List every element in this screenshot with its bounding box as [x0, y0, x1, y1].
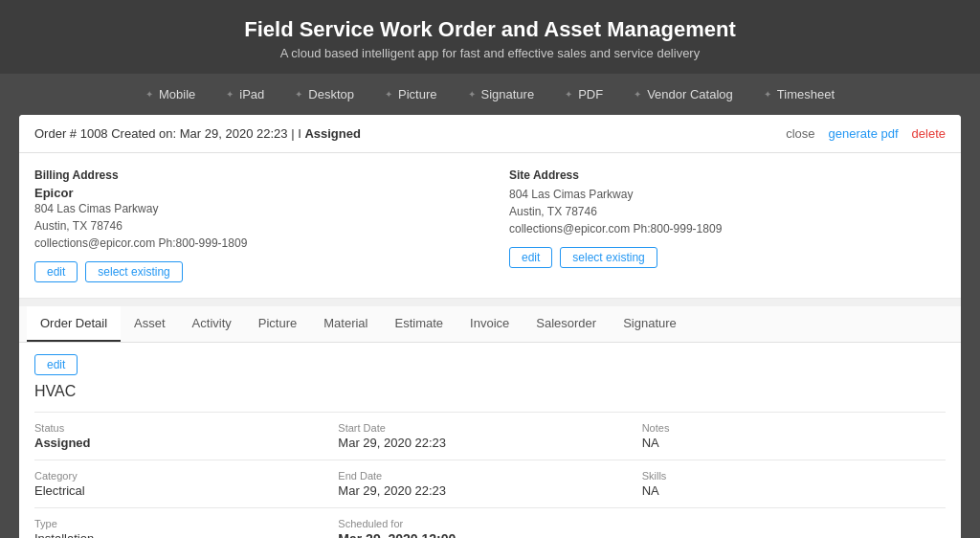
category-label: Category — [34, 470, 323, 482]
nav-vendor-catalog[interactable]: ✦ Vendor Catalog — [618, 83, 748, 105]
billing-title: Billing Address — [34, 168, 471, 182]
scheduled-label: Scheduled for — [338, 518, 626, 529]
site-buttons: edit select existing — [509, 247, 946, 268]
detail-fields: Status Assigned Start Date Mar 29, 2020 … — [34, 412, 946, 538]
tab-salesorder[interactable]: Salesorder — [523, 306, 610, 342]
order-separator: I — [298, 126, 301, 141]
site-edit-button[interactable]: edit — [509, 247, 552, 268]
tab-activity[interactable]: Activity — [179, 306, 245, 342]
tabs-section: Order Detail Asset Activity Picture Mate… — [19, 306, 961, 538]
tab-order-detail[interactable]: Order Detail — [27, 306, 121, 342]
end-date-value: Mar 29, 2020 22:23 — [338, 483, 626, 498]
generate-pdf-link[interactable]: generate pdf — [829, 126, 899, 141]
nav-dot-icon: ✦ — [565, 89, 572, 100]
site-select-existing-button[interactable]: select existing — [560, 247, 657, 268]
tab-estimate[interactable]: Estimate — [381, 306, 457, 342]
order-number: Order # 1008 — [34, 126, 108, 141]
nav-pdf[interactable]: ✦ PDF — [549, 83, 618, 105]
end-date-field: End Date Mar 29, 2020 22:23 — [338, 460, 641, 508]
address-section: Billing Address Epicor 804 Las Cimas Par… — [19, 153, 961, 299]
site-line1: 804 Las Cimas Parkway — [509, 186, 946, 203]
tab-invoice[interactable]: Invoice — [457, 306, 523, 342]
status-label: Status — [34, 422, 323, 434]
page-subtitle: A cloud based intelligent app for fast a… — [10, 46, 970, 60]
start-date-value: Mar 29, 2020 22:23 — [338, 436, 626, 450]
nav-dot-icon: ✦ — [145, 89, 153, 100]
site-title: Site Address — [509, 168, 946, 182]
empty-field — [642, 508, 946, 538]
order-header: Order # 1008 Created on: Mar 29, 2020 22… — [19, 115, 961, 153]
skills-field: Skills NA — [642, 460, 946, 508]
start-date-field: Start Date Mar 29, 2020 22:23 — [338, 413, 641, 460]
nav-dot-icon: ✦ — [764, 89, 771, 100]
tabs-bar: Order Detail Asset Activity Picture Mate… — [19, 306, 961, 343]
order-actions: close generate pdf delete — [786, 126, 946, 141]
billing-buttons: edit select existing — [34, 261, 471, 282]
order-created: Created on: Mar 29, 2020 22:23 | — [111, 126, 298, 141]
type-label: Type — [34, 518, 323, 529]
nav-signature[interactable]: ✦ Signature — [453, 83, 550, 105]
site-line2: Austin, TX 78746 — [509, 203, 946, 220]
billing-line2: Austin, TX 78746 — [34, 217, 471, 235]
notes-value: NA — [642, 436, 930, 450]
start-date-label: Start Date — [338, 422, 626, 434]
notes-label: Notes — [642, 422, 930, 434]
nav-dot-icon: ✦ — [226, 89, 234, 100]
nav-desktop[interactable]: ✦ Desktop — [279, 83, 369, 105]
scheduled-field: Scheduled for Mar 29, 2020 12:00 — [338, 508, 641, 538]
type-field: Type Installation — [34, 508, 338, 538]
notes-field: Notes NA — [642, 413, 946, 460]
billing-line1: 804 Las Cimas Parkway — [34, 200, 471, 217]
page-title: Field Service Work Order and Asset Manag… — [10, 17, 970, 42]
nav-picture[interactable]: ✦ Picture — [369, 83, 452, 105]
billing-edit-button[interactable]: edit — [34, 261, 78, 282]
nav-dot-icon: ✦ — [295, 89, 302, 100]
category-field: Category Electrical — [34, 460, 338, 508]
end-date-label: End Date — [338, 470, 626, 482]
skills-label: Skills — [642, 470, 930, 482]
category-value: Electrical — [34, 483, 323, 498]
order-info: Order # 1008 Created on: Mar 29, 2020 22… — [34, 126, 361, 141]
main-content: Order # 1008 Created on: Mar 29, 2020 22… — [19, 115, 961, 538]
nav-timesheet[interactable]: ✦ Timesheet — [748, 83, 850, 105]
nav-mobile[interactable]: ✦ Mobile — [130, 83, 211, 105]
skills-value: NA — [642, 483, 930, 498]
detail-edit-button[interactable]: edit — [34, 354, 78, 375]
tab-picture[interactable]: Picture — [245, 306, 310, 342]
site-address: Site Address 804 Las Cimas Parkway Austi… — [509, 168, 946, 282]
page-header: Field Service Work Order and Asset Manag… — [0, 0, 980, 74]
nav-dot-icon: ✦ — [385, 89, 392, 100]
close-link[interactable]: close — [786, 126, 814, 141]
status-field: Status Assigned — [34, 413, 338, 460]
navigation: ✦ Mobile ✦ iPad ✦ Desktop ✦ Picture ✦ Si… — [0, 74, 980, 115]
type-value: Installation — [34, 531, 323, 538]
nav-dot-icon: ✦ — [468, 89, 476, 100]
tab-material[interactable]: Material — [310, 306, 381, 342]
billing-line3: collections@epicor.com Ph:800-999-1809 — [34, 235, 471, 252]
order-status: Assigned — [304, 126, 361, 141]
delete-link[interactable]: delete — [912, 126, 946, 141]
nav-ipad[interactable]: ✦ iPad — [211, 83, 279, 105]
billing-select-existing-button[interactable]: select existing — [85, 261, 182, 282]
tab-asset[interactable]: Asset — [121, 306, 179, 342]
scheduled-value: Mar 29, 2020 12:00 — [338, 531, 626, 538]
tab-signature[interactable]: Signature — [610, 306, 690, 342]
billing-address: Billing Address Epicor 804 Las Cimas Par… — [34, 168, 471, 282]
order-detail-title: HVAC — [34, 383, 946, 400]
status-value: Assigned — [34, 436, 323, 450]
nav-dot-icon: ✦ — [634, 89, 641, 100]
order-detail-content: edit HVAC Status Assigned Start Date Mar… — [19, 343, 961, 538]
billing-company: Epicor — [34, 186, 471, 200]
site-line3: collections@epicor.com Ph:800-999-1809 — [509, 220, 946, 237]
